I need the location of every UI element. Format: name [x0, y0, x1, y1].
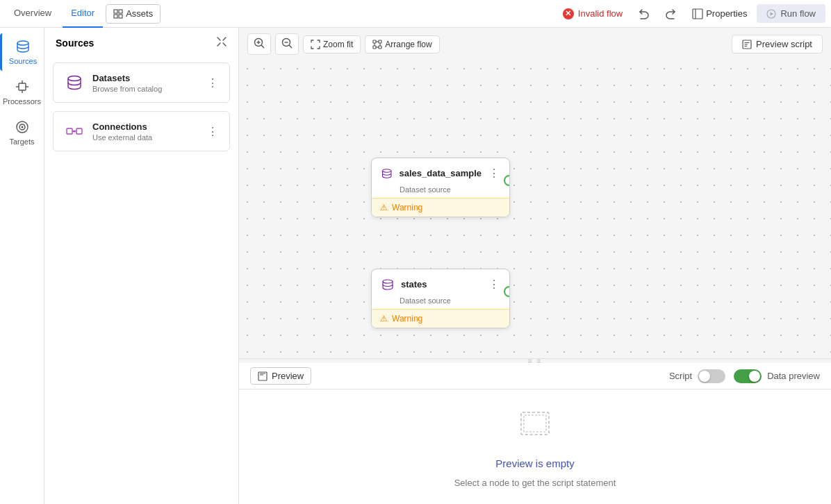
svg-rect-1 — [119, 10, 122, 13]
datasets-card[interactable]: Datasets Browse from catalog ⋮ — [53, 62, 230, 103]
connections-menu-button[interactable]: ⋮ — [206, 124, 220, 140]
tab-assets-label: Assets — [126, 8, 153, 19]
canvas-grid[interactable]: sales_data_sample ⋮ Dataset source ⚠ War… — [239, 60, 831, 358]
run-flow-button[interactable]: Run flow — [757, 4, 825, 23]
sidebar-item-processors[interactable]: Processors — [0, 74, 44, 111]
flow-node-sales-icon — [380, 166, 393, 181]
flow-node-states-title: states — [401, 279, 482, 289]
invalid-flow-icon: ✕ — [563, 8, 574, 19]
svg-rect-0 — [114, 10, 117, 13]
collapse-panel-button[interactable] — [216, 36, 227, 50]
zoom-fit-button[interactable]: Zoom fit — [303, 35, 361, 53]
sources-title: Sources — [56, 37, 94, 49]
properties-icon — [692, 8, 703, 19]
zoom-in-icon — [254, 37, 265, 49]
arrange-flow-label: Arrange flow — [385, 40, 431, 49]
connections-subtitle: Use external data — [92, 133, 199, 142]
svg-point-8 — [17, 41, 28, 45]
processors-icon — [15, 79, 30, 94]
arrange-flow-icon — [372, 40, 382, 49]
zoom-out-icon — [281, 37, 293, 49]
svg-rect-45 — [524, 415, 546, 432]
undo-icon — [638, 8, 650, 20]
sources-icon — [15, 39, 31, 54]
preview-empty-title: Preview is empty — [495, 457, 574, 469]
zoom-in-button[interactable] — [247, 33, 271, 55]
flow-node-sales[interactable]: sales_data_sample ⋮ Dataset source ⚠ War… — [371, 158, 510, 217]
collapse-icon — [216, 36, 227, 47]
datasets-title: Datasets — [92, 73, 199, 83]
sidebar-targets-label: Targets — [9, 137, 34, 146]
svg-rect-31 — [373, 46, 376, 49]
canvas-area: Zoom fit Arrange flow — [239, 28, 831, 504]
sidebar-item-targets[interactable]: Targets — [0, 114, 44, 151]
tab-assets[interactable]: Assets — [106, 4, 161, 24]
script-toggle[interactable] — [698, 369, 725, 383]
preview-tab-icon — [258, 371, 268, 381]
redo-icon — [664, 8, 677, 20]
tab-overview[interactable]: Overview — [6, 0, 60, 28]
assets-icon — [113, 9, 123, 19]
arrange-flow-button[interactable]: Arrange flow — [365, 35, 439, 53]
sidebar-icons: Sources Processors Targets — [0, 28, 44, 504]
flow-node-states-connector[interactable] — [504, 286, 510, 297]
tab-editor[interactable]: Editor — [63, 0, 103, 28]
svg-rect-4 — [693, 9, 702, 19]
svg-rect-9 — [19, 83, 26, 90]
preview-content: Preview is empty Select a node to get th… — [239, 389, 831, 504]
preview-empty-icon — [517, 405, 553, 449]
svg-point-16 — [21, 126, 23, 128]
script-toggle-label: Script — [669, 371, 692, 381]
top-nav: Overview Editor Assets ✕ Invalid flow Pr… — [0, 0, 831, 28]
invalid-flow-button[interactable]: ✕ Invalid flow — [556, 6, 630, 22]
sidebar-sources-label: Sources — [9, 57, 37, 65]
zoom-out-button[interactable] — [275, 33, 299, 55]
datasets-icon — [63, 72, 85, 94]
flow-node-states-menu-button[interactable]: ⋮ — [487, 276, 501, 292]
svg-point-17 — [68, 76, 81, 81]
datasets-info: Datasets Browse from catalog — [92, 73, 199, 93]
sources-header: Sources — [44, 28, 238, 58]
data-preview-toggle[interactable] — [734, 369, 762, 383]
flow-node-states-subtitle: Dataset source — [372, 296, 509, 309]
connections-info: Connections Use external data — [92, 121, 199, 142]
datasets-menu-button[interactable]: ⋮ — [206, 75, 220, 91]
targets-icon — [15, 119, 30, 135]
preview-script-button[interactable]: Preview script — [732, 35, 823, 53]
preview-script-icon — [742, 40, 752, 49]
flow-node-sales-header: sales_data_sample ⋮ — [372, 158, 509, 185]
svg-marker-7 — [771, 12, 774, 15]
svg-rect-32 — [379, 46, 381, 49]
datasets-subtitle: Browse from catalog — [92, 85, 199, 93]
svg-line-23 — [261, 45, 264, 48]
flow-node-sales-warning-label: Warning — [392, 203, 422, 212]
preview-tab-label: Preview — [272, 371, 304, 381]
svg-rect-19 — [76, 128, 82, 134]
flow-node-sales-title: sales_data_sample — [399, 168, 482, 178]
flow-node-sales-warning: ⚠ Warning — [372, 198, 509, 217]
data-preview-toggle-group: Data preview — [734, 369, 820, 383]
sidebar-item-sources[interactable]: Sources — [0, 33, 44, 71]
svg-point-42 — [383, 280, 393, 283]
svg-line-27 — [289, 45, 292, 48]
sources-panel: Sources Datasets Browse from catalog — [44, 28, 239, 504]
properties-label: Properties — [706, 8, 747, 19]
warning-icon-2: ⚠ — [380, 314, 388, 324]
flow-node-states-warning: ⚠ Warning — [372, 309, 509, 328]
flow-node-sales-subtitle: Dataset source — [372, 185, 509, 198]
flow-node-states-warning-label: Warning — [392, 314, 422, 324]
svg-point-21 — [74, 131, 76, 133]
invalid-flow-label: Invalid flow — [578, 8, 623, 19]
preview-toolbar: Preview Script Data preview — [239, 363, 831, 389]
flow-node-states-header: states ⋮ — [372, 269, 509, 296]
redo-button[interactable] — [659, 5, 682, 23]
preview-tab[interactable]: Preview — [250, 367, 311, 385]
flow-node-states[interactable]: states ⋮ Dataset source ⚠ Warning — [371, 269, 510, 328]
flow-node-sales-connector[interactable] — [504, 175, 510, 186]
undo-button[interactable] — [632, 5, 656, 23]
flow-node-sales-menu-button[interactable]: ⋮ — [487, 165, 501, 181]
properties-button[interactable]: Properties — [685, 6, 754, 22]
run-flow-icon — [766, 9, 776, 19]
main-layout: Sources Processors Targets Sources — [0, 28, 831, 504]
connections-card[interactable]: Connections Use external data ⋮ — [53, 111, 230, 151]
